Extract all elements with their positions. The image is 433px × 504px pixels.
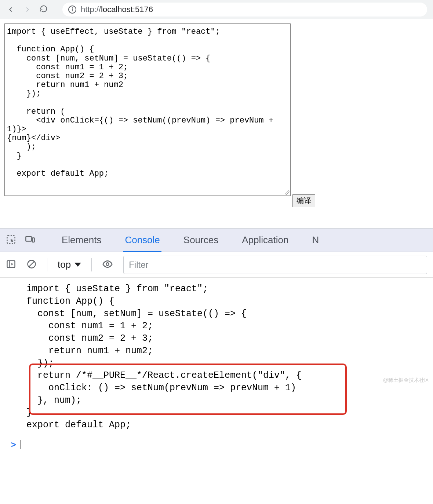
tab-network-partial[interactable]: N [300,229,331,252]
reload-button[interactable] [40,5,48,14]
chevron-down-icon [74,263,81,267]
site-info-icon[interactable]: i [68,6,76,14]
forward-button[interactable] [23,5,32,14]
svg-point-7 [106,263,109,266]
resize-handle-icon[interactable] [284,190,290,195]
console-toolbar: top Filter [0,252,433,278]
filter-input[interactable]: Filter [123,256,427,274]
prompt-caret-icon: > [11,439,16,450]
execution-context-select[interactable]: top [58,259,81,270]
inspect-element-icon[interactable] [6,234,16,246]
device-toolbar-icon[interactable] [25,234,35,246]
tab-elements[interactable]: Elements [50,229,113,252]
url-text: http://localhost:5176 [81,5,153,14]
back-button[interactable] [6,5,15,14]
address-bar[interactable]: i http://localhost:5176 [62,3,427,17]
toggle-sidebar-icon[interactable] [6,259,16,271]
devtools-tab-bar: Elements Console Sources Application N [0,229,433,252]
cursor [21,440,21,449]
divider [91,258,92,271]
browser-toolbar: i http://localhost:5176 [0,0,433,19]
tab-console[interactable]: Console [113,229,171,252]
tab-sources[interactable]: Sources [172,229,230,252]
compile-button[interactable]: 编译 [292,194,315,207]
console-prompt[interactable]: > [0,437,433,453]
svg-rect-1 [26,236,31,241]
divider [47,258,47,271]
context-label: top [58,259,71,270]
watermark-text: @稀土掘金技术社区 [383,377,429,384]
live-expression-icon[interactable] [102,259,113,271]
devtools-panel: Elements Console Sources Application N t… [0,228,433,453]
page-content: import { useEffect, useState } from "rea… [0,19,433,200]
tab-application[interactable]: Application [230,229,300,252]
clear-console-icon[interactable] [26,259,37,271]
console-output: import { useState } from "react"; functi… [0,278,433,437]
console-log-text: import { useState } from "react"; functi… [26,283,433,431]
svg-rect-3 [7,260,15,267]
svg-rect-2 [32,238,34,242]
svg-line-6 [29,262,34,267]
code-textarea[interactable]: import { useEffect, useState } from "rea… [4,23,291,196]
